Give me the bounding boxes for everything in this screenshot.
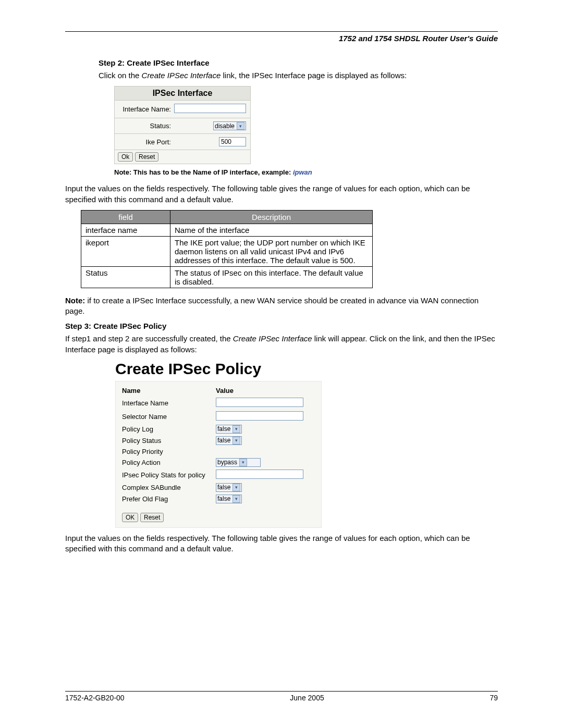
policy-row-label: Prefer Old Flag bbox=[122, 495, 216, 503]
label-ike-port: Ike Port: bbox=[119, 138, 174, 146]
td-desc: The status of IPsec on this interface. T… bbox=[170, 266, 373, 288]
policy-row: Interface Name bbox=[122, 398, 315, 409]
policy-row-label: IPsec Policy Stats for policy bbox=[122, 471, 216, 479]
policy-row-value bbox=[216, 411, 303, 422]
policy-row-label: Complex SABundle bbox=[122, 484, 216, 491]
td-field: interface name bbox=[81, 224, 170, 236]
step2-intro-after: link, the IPSec Interface page is displa… bbox=[221, 71, 407, 80]
step2-intro-before: Click on the bbox=[99, 71, 142, 80]
step3-intro-before: If step1 and step 2 are successfully cre… bbox=[65, 334, 233, 343]
note2-label: Note: bbox=[65, 296, 85, 305]
row-interface-name: Interface Name: bbox=[115, 101, 250, 118]
th-field: field bbox=[81, 210, 170, 224]
policy-row: Complex SABundlefalse▾ bbox=[122, 483, 315, 492]
policy-row-label: Policy Status bbox=[122, 437, 216, 445]
td-field: Status bbox=[81, 266, 170, 288]
para-range1: Input the values on the fields respectiv… bbox=[65, 183, 498, 205]
footer-right: 79 bbox=[489, 694, 498, 702]
step3-intro-link: Create IPSec Interface bbox=[233, 334, 312, 343]
reset-button[interactable]: Reset bbox=[135, 152, 158, 162]
footer-center: June 2005 bbox=[290, 694, 324, 702]
page: 1752 and 1754 SHDSL Router User's Guide … bbox=[0, 0, 563, 728]
td-field: ikeport bbox=[81, 236, 170, 266]
para-range2: Input the values on the fields respectiv… bbox=[65, 533, 498, 554]
ipsec-interface-title: IPSec Interface bbox=[115, 87, 250, 101]
footer-left: 1752-A2-GB20-00 bbox=[65, 694, 125, 702]
select-status-value: disable bbox=[215, 122, 235, 130]
policy-row-label: Interface Name bbox=[122, 399, 216, 407]
input-interface-name[interactable] bbox=[174, 104, 246, 113]
table-row: Status The status of IPsec on this inter… bbox=[81, 266, 373, 288]
select-input[interactable]: false▾ bbox=[216, 436, 242, 445]
step2-intro-link: Create IPSec Interface bbox=[142, 71, 221, 80]
ok-button[interactable]: OK bbox=[122, 513, 138, 522]
policy-row-value: false▾ bbox=[216, 425, 242, 434]
policy-row: IPsec Policy Stats for policy bbox=[122, 470, 315, 480]
table-row: interface name Name of the interface bbox=[81, 224, 373, 236]
select-input[interactable]: bypass▾ bbox=[216, 458, 261, 467]
select-value: false bbox=[217, 495, 230, 502]
chevron-down-icon: ▾ bbox=[232, 437, 240, 445]
chevron-down-icon: ▾ bbox=[239, 459, 247, 466]
table-head-row: field Description bbox=[81, 210, 373, 224]
policy-row-value: bypass▾ bbox=[216, 458, 261, 467]
footer: 1752-A2-GB20-00 June 2005 79 bbox=[65, 691, 498, 702]
create-ipsec-policy-panel: Name Value Interface NameSelector NamePo… bbox=[115, 381, 322, 528]
th-description: Description bbox=[170, 210, 373, 224]
policy-row-label: Policy Log bbox=[122, 425, 216, 433]
ipsec-interface-panel: IPSec Interface Interface Name: Status: … bbox=[114, 86, 251, 164]
policy-row-value: false▾ bbox=[216, 483, 242, 492]
select-input[interactable]: false▾ bbox=[216, 495, 242, 503]
note2-text: if to create a IPSec Interface successfu… bbox=[65, 296, 479, 315]
td-desc: The IKE port value; the UDP port number … bbox=[170, 236, 373, 266]
policy-row: Policy Priority bbox=[122, 448, 315, 455]
policy-row-value: false▾ bbox=[216, 495, 242, 503]
policy-row-label: Selector Name bbox=[122, 413, 216, 421]
step3-heading: Step 3: Create IPSec Policy bbox=[65, 322, 498, 330]
select-status[interactable]: disable ▾ bbox=[213, 121, 246, 130]
note1-prefix: Note: This has to be the Name of IP inte… bbox=[114, 168, 293, 176]
text-input[interactable] bbox=[216, 411, 303, 421]
step3-intro: If step1 and step 2 are successfully cre… bbox=[65, 334, 498, 355]
label-interface-name: Interface Name: bbox=[119, 105, 174, 113]
policy-row-label: Policy Priority bbox=[122, 448, 216, 455]
input-ike-port[interactable]: 500 bbox=[219, 137, 246, 146]
td-desc: Name of the interface bbox=[170, 224, 373, 236]
reset-button[interactable]: Reset bbox=[140, 513, 164, 522]
policy-row: Prefer Old Flagfalse▾ bbox=[122, 495, 315, 503]
panel2-head-name: Name bbox=[122, 387, 216, 394]
panel1-button-row: Ok Reset bbox=[115, 150, 250, 164]
text-input[interactable] bbox=[216, 398, 303, 407]
policy-row-label: Policy Action bbox=[122, 459, 216, 466]
select-value: false bbox=[217, 484, 230, 491]
ok-button[interactable]: Ok bbox=[118, 152, 133, 162]
panel2-head: Name Value bbox=[122, 387, 315, 394]
step2-intro: Click on the Create IPSec Interface link… bbox=[99, 70, 498, 81]
chevron-down-icon: ▾ bbox=[232, 425, 240, 433]
field-description-table: field Description interface name Name of… bbox=[81, 210, 373, 288]
create-ipsec-policy-title: Create IPSec Policy bbox=[115, 360, 498, 378]
note-wan: Note: if to create a IPSec Interface suc… bbox=[65, 295, 498, 317]
row-ike-port: Ike Port: 500 bbox=[115, 134, 250, 150]
panel2-head-value: Value bbox=[216, 387, 234, 394]
select-value: bypass bbox=[217, 459, 237, 466]
note1-example: ipwan bbox=[293, 168, 312, 176]
panel2-button-row: OK Reset bbox=[122, 513, 315, 522]
table-row: ikeport The IKE port value; the UDP port… bbox=[81, 236, 373, 266]
select-value: false bbox=[217, 437, 230, 444]
policy-row: Policy Statusfalse▾ bbox=[122, 436, 315, 445]
step2-heading: Step 2: Create IPSec Interface bbox=[99, 58, 498, 67]
header-title: 1752 and 1754 SHDSL Router User's Guide bbox=[65, 34, 498, 43]
policy-row: Policy Logfalse▾ bbox=[122, 425, 315, 434]
chevron-down-icon: ▾ bbox=[237, 122, 244, 130]
row-status: Status: disable ▾ bbox=[115, 118, 250, 134]
policy-row-value bbox=[216, 398, 303, 409]
text-input[interactable] bbox=[216, 470, 303, 479]
note-interface-name: Note: This has to be the Name of IP inte… bbox=[114, 168, 498, 176]
chevron-down-icon: ▾ bbox=[232, 484, 240, 491]
policy-row-value bbox=[216, 470, 303, 480]
select-input[interactable]: false▾ bbox=[216, 425, 242, 434]
chevron-down-icon: ▾ bbox=[232, 495, 240, 503]
select-value: false bbox=[217, 425, 230, 433]
select-input[interactable]: false▾ bbox=[216, 483, 242, 492]
